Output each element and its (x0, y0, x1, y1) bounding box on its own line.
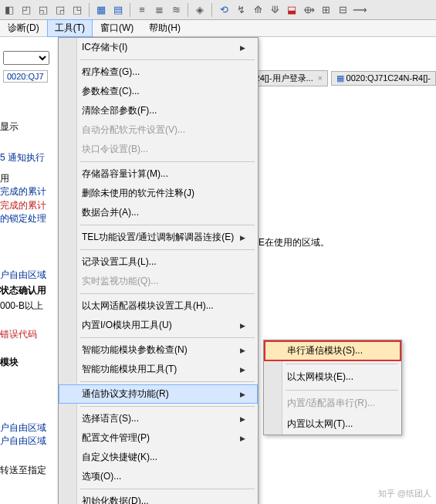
menu-separator (80, 249, 255, 250)
menu-item[interactable]: 通信协议支持功能(R)▶ (59, 384, 258, 404)
toolbar-icon[interactable]: ⬓ (285, 3, 299, 17)
main-toolbar: ◧ ◰ ◱ ◲ ◳ ▦ ▤ ≡ ≣ ≋ ◈ ⟲ ↯ ⟰ ⟱ ⬓ ⟴ ⊞ ⊟ ⟿ (0, 0, 436, 20)
toolbar-icon[interactable]: ⟲ (217, 3, 231, 17)
toolbar-icon[interactable]: ⟰ (251, 3, 265, 17)
bg-label: 显示 (0, 120, 19, 134)
submenu-arrow-icon: ▶ (240, 347, 245, 354)
toolbar-icon[interactable]: ▤ (111, 3, 125, 17)
menu-item[interactable]: 清除全部参数(F)... (59, 101, 258, 120)
menu-item: 实时监视功能(Q)... (59, 272, 258, 291)
protocol-submenu: 串行通信模块(S)...以太网模块(E)...内置/适配器串行(R)...内置以… (263, 340, 402, 435)
watermark: 知乎 @纸团人 (378, 488, 431, 499)
menu-separator (80, 489, 255, 489)
submenu-arrow-icon: ▶ (240, 322, 245, 330)
toolbar-separator (188, 3, 188, 17)
menu-item-label: 以太网适配器模块设置工具(H)... (82, 299, 214, 313)
toolbar-icon[interactable]: ◱ (36, 3, 50, 17)
submenu-item[interactable]: 串行通信模块(S)... (264, 340, 401, 361)
bg-label: 5 通知执行 (0, 151, 45, 164)
toolbar-icon[interactable]: ◳ (70, 3, 84, 17)
menu-item-label: 删除未使用的软元件注释(J) (82, 187, 194, 200)
menu-item[interactable]: 智能功能模块参数检查(N)▶ (59, 340, 258, 360)
toolbar-icon[interactable]: ≋ (169, 3, 183, 17)
menu-window[interactable]: 窗口(W) (93, 19, 141, 37)
menu-separator (80, 381, 255, 382)
toolbar-icon[interactable]: ◰ (19, 3, 33, 17)
menu-item-label: IC存储卡(I) (82, 41, 127, 54)
toolbar-separator (211, 3, 212, 17)
menu-diagnose[interactable]: 诊断(D) (0, 19, 47, 37)
menu-item[interactable]: 记录设置工具(L)... (59, 252, 258, 272)
submenu-arrow-icon: ▶ (240, 234, 245, 242)
menu-item-label: TEL功能设置/通过调制解调器连接(E) (82, 231, 234, 244)
submenu-arrow-icon: ▶ (240, 366, 245, 374)
toolbar-icon[interactable]: ↯ (234, 3, 248, 17)
bg-label: 完成的累计 (0, 199, 46, 212)
toolbar-icon[interactable]: ⊟ (336, 3, 350, 17)
menu-item[interactable]: 自定义快捷键(K)... (59, 448, 258, 467)
menu-item[interactable]: 选择语言(S)...▶ (59, 409, 258, 428)
submenu-item: 内置/适配器串行(R)... (264, 393, 401, 414)
menu-item-label: 选项(O)... (82, 470, 121, 483)
menu-tools[interactable]: 工具(T) (47, 19, 93, 37)
submenu-item[interactable]: 以太网模块(E)... (264, 367, 401, 387)
menu-item-label: 块口令设置(B)... (82, 143, 148, 156)
toolbar-icon[interactable]: ≡ (135, 3, 149, 17)
menu-help[interactable]: 帮助(H) (141, 19, 188, 37)
menubar: 诊断(D) 工具(T) 窗口(W) 帮助(H) (0, 20, 436, 37)
toolbar-icon[interactable]: ◲ (53, 3, 67, 17)
menu-item[interactable]: 程序检查(G)... (59, 63, 258, 82)
submenu-item[interactable]: 内置以太网(T)... (264, 414, 401, 435)
menu-item[interactable]: 参数检查(C)... (59, 82, 258, 101)
bg-label: 户自由区域 (0, 421, 46, 435)
toolbar-icon[interactable]: ◈ (193, 3, 207, 17)
menu-item-label: 通信协议支持功能(R) (82, 387, 169, 401)
menu-item-label: 数据合并(A)... (82, 206, 139, 219)
menu-separator (286, 364, 398, 364)
tab-icon: ▦ (336, 73, 344, 83)
menu-item[interactable]: 删除未使用的软元件注释(J) (59, 184, 258, 203)
toolbar-icon[interactable]: ▦ (94, 3, 108, 17)
bg-label: 的锁定处理 (0, 212, 46, 225)
bg-label: 状态确认用 (0, 284, 46, 297)
menu-item[interactable]: 配置文件管理(P)▶ (59, 428, 258, 448)
menu-item[interactable]: 内置I/O模块用工具(U)▶ (59, 316, 258, 335)
menu-item-label: 程序检查(G)... (82, 66, 140, 79)
menu-item[interactable]: 智能功能模块用工具(T)▶ (59, 360, 258, 379)
menu-item-label: 实时监视功能(Q)... (82, 275, 158, 288)
menu-item-label: 初始化数据(D)... (82, 495, 149, 504)
menu-item-label: 选择语言(S)... (82, 412, 139, 425)
menu-item-label: 参数检查(C)... (82, 85, 140, 98)
menu-item[interactable]: 以太网适配器模块设置工具(H)... (59, 296, 258, 316)
toolbar-icon[interactable]: ◧ (2, 3, 16, 17)
toolbar-separator (89, 3, 90, 17)
menu-item-label: 智能功能模块用工具(T) (82, 363, 177, 376)
toolbar-icon[interactable]: ⟴ (302, 3, 316, 17)
menu-item[interactable]: 初始化数据(D)... (59, 492, 258, 504)
submenu-arrow-icon: ▶ (240, 391, 245, 398)
nav-controls (3, 51, 49, 65)
dropdown-select[interactable] (3, 51, 49, 65)
menu-item[interactable]: TEL功能设置/通过调制解调器连接(E)▶ (59, 228, 258, 247)
menu-item[interactable]: 存储器容量计算(M)... (59, 164, 258, 184)
toolbar-icon[interactable]: ⊞ (319, 3, 333, 17)
tab-title: R4[]-用户登录... (254, 73, 313, 84)
bg-label: 完成的累计 (0, 185, 46, 198)
tab-label[interactable]: 0020:QJ7 (3, 70, 48, 83)
menu-item[interactable]: IC存储卡(I)▶ (59, 38, 258, 57)
menu-item-label: 自动分配软元件设置(V)... (82, 123, 185, 137)
menu-separator (80, 225, 255, 225)
menu-separator (80, 293, 255, 294)
toolbar-icon[interactable]: ⟱ (268, 3, 282, 17)
menu-item[interactable]: 选项(O)... (59, 467, 258, 486)
bg-label: 000-B以上 (0, 299, 43, 313)
toolbar-icon[interactable]: ⟿ (353, 3, 367, 17)
doc-tab[interactable]: ▦ 0020:QJ71C24N-R4[]- (331, 71, 436, 86)
menu-item[interactable]: 数据合并(A)... (59, 203, 258, 222)
submenu-arrow-icon: ▶ (240, 435, 245, 442)
menu-separator (286, 390, 398, 391)
bg-label: 户自由区域 (0, 435, 46, 448)
tab-title: 0020:QJ71C24N-R4[]- (346, 73, 431, 83)
close-icon[interactable]: × (318, 74, 323, 83)
toolbar-icon[interactable]: ≣ (152, 3, 166, 17)
